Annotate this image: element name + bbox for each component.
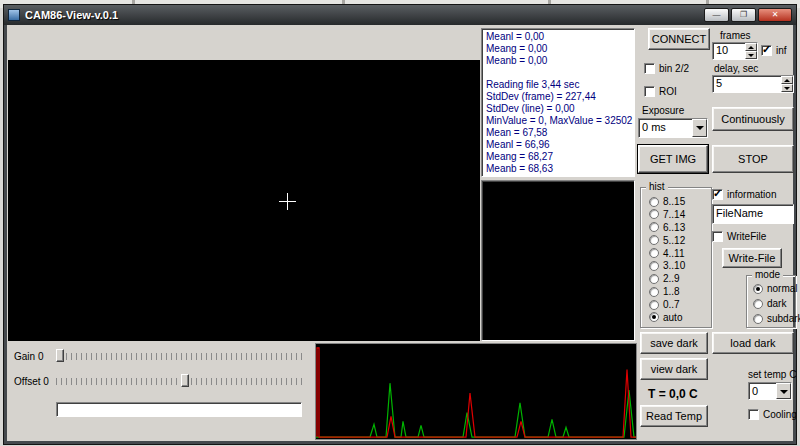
delay-stepper[interactable]: 5 [712, 75, 794, 93]
app-window: CAM86-View-v.0.1 — ❐ ✕ Meanl = 0,00 Mean… [4, 5, 796, 444]
histogram-red-series [317, 348, 636, 437]
stat-line: StdDev (frame) = 227,44 [486, 91, 630, 103]
radio-icon [753, 314, 763, 324]
stat-line: Mean = 67,58 [486, 127, 630, 139]
hist-range-option-0-7[interactable]: 0..7 [649, 299, 711, 310]
connect-button[interactable]: CONNECT [648, 28, 710, 50]
checkbox-icon [748, 409, 759, 420]
radio-icon [649, 235, 659, 245]
radio-icon [649, 197, 659, 207]
radio-icon [753, 299, 763, 309]
filename-input[interactable]: FileName [712, 204, 794, 224]
exposure-select[interactable]: 0 ms [638, 118, 708, 138]
set-temp-label: set temp C [748, 369, 796, 380]
inf-checkbox[interactable]: inf [761, 45, 787, 56]
delay-down-icon[interactable] [781, 84, 793, 92]
temperature-readout: T = 0,0 C [648, 387, 698, 401]
checkbox-icon [712, 189, 723, 200]
offset-label: Offset 0 [14, 376, 49, 387]
maximize-button[interactable]: ❐ [731, 8, 756, 22]
radio-icon [649, 209, 659, 219]
frames-down-icon[interactable] [745, 51, 757, 59]
close-button[interactable]: ✕ [758, 8, 792, 22]
radio-icon [649, 312, 659, 322]
information-label: information [727, 189, 776, 200]
writefile-checkbox[interactable]: WriteFile [712, 231, 766, 242]
hist-range-option-7-14[interactable]: 7..14 [649, 209, 711, 220]
read-temp-button[interactable]: Read Temp [640, 405, 708, 427]
chevron-down-icon[interactable] [776, 383, 791, 399]
offset-slider-thumb[interactable] [181, 374, 189, 387]
information-checkbox[interactable]: information [712, 189, 776, 200]
offset-slider[interactable] [56, 374, 302, 388]
stat-line: Meang = 0,00 [486, 43, 630, 55]
histogram-green-series [316, 383, 636, 437]
hist-range-option-4-11[interactable]: 4..11 [649, 248, 711, 259]
save-dark-button[interactable]: save dark [640, 332, 708, 354]
hist-group-label: hist [646, 181, 668, 192]
stat-line: StdDev (line) = 0,00 [486, 103, 630, 115]
cooling-checkbox[interactable]: Cooling [748, 409, 797, 420]
mode-group-label: mode [752, 269, 783, 280]
frames-value: 10 [713, 43, 745, 59]
radio-icon [649, 287, 659, 297]
titlebar[interactable]: CAM86-View-v.0.1 — ❐ ✕ [4, 5, 796, 25]
writefile-label: WriteFile [727, 231, 766, 242]
roi-checkbox[interactable]: ROI [644, 86, 677, 97]
slider-ticks [56, 353, 302, 360]
continuously-button[interactable]: Continuously [712, 107, 794, 131]
caption-buttons: — ❐ ✕ [704, 8, 792, 22]
stop-button[interactable]: STOP [712, 145, 794, 173]
radio-icon [649, 261, 659, 271]
gain-slider[interactable] [56, 349, 302, 363]
checkbox-icon [712, 231, 723, 242]
cooling-label: Cooling [763, 409, 797, 420]
frames-stepper[interactable]: 10 [712, 42, 758, 60]
bin-checkbox[interactable]: bin 2/2 [644, 63, 689, 74]
rgb-histogram-plot [316, 344, 636, 439]
get-img-button[interactable]: GET IMG [638, 145, 708, 173]
write-file-button[interactable]: Write-File [722, 248, 782, 268]
frames-up-icon[interactable] [745, 43, 757, 51]
window-frame-left [4, 25, 7, 444]
mode-option-normal[interactable]: normal [753, 283, 795, 294]
slider-ticks [56, 378, 302, 385]
hist-range-option-2-9[interactable]: 2..9 [649, 273, 711, 284]
radio-icon [649, 248, 659, 258]
view-dark-button[interactable]: view dark [640, 358, 708, 380]
hist-range-option-auto[interactable]: auto [649, 312, 711, 323]
load-dark-button[interactable]: load dark [712, 332, 794, 354]
gain-label: Gain 0 [14, 351, 43, 362]
hist-range-option-1-8[interactable]: 1..8 [649, 286, 711, 297]
checkbox-icon [644, 86, 655, 97]
delay-up-icon[interactable] [781, 76, 793, 84]
frames-label: frames [720, 30, 751, 41]
secondary-display [481, 180, 635, 341]
crosshair-icon [279, 193, 296, 210]
checkbox-icon [644, 63, 655, 74]
set-temp-value: 0 [749, 383, 776, 399]
delay-label: delay, sec [714, 63, 758, 74]
roi-label: ROI [659, 86, 677, 97]
exposure-label: Exposure [642, 105, 684, 116]
radio-icon [753, 284, 763, 294]
minimize-button[interactable]: — [704, 8, 729, 22]
mode-option-subdark[interactable]: subdark [753, 313, 795, 324]
set-temp-select[interactable]: 0 [748, 382, 792, 400]
gain-slider-thumb[interactable] [56, 349, 64, 362]
mode-group: mode normal dark subdark [746, 275, 796, 328]
inf-label: inf [776, 45, 787, 56]
hist-range-option-8-15[interactable]: 8..15 [649, 196, 711, 207]
mode-option-dark[interactable]: dark [753, 298, 795, 309]
radio-icon [649, 222, 659, 232]
image-display[interactable] [8, 60, 480, 341]
window-frame-bottom [4, 441, 796, 444]
stat-line [486, 67, 630, 79]
hist-range-option-6-13[interactable]: 6..13 [649, 222, 711, 233]
exposure-value: 0 ms [639, 119, 692, 137]
stat-line: Meanb = 0,00 [486, 55, 630, 67]
chevron-down-icon[interactable] [692, 119, 707, 137]
stat-line: MinValue = 0, MaxValue = 32502 [486, 115, 630, 127]
hist-range-option-5-12[interactable]: 5..12 [649, 235, 711, 246]
hist-range-option-3-10[interactable]: 3..10 [649, 260, 711, 271]
